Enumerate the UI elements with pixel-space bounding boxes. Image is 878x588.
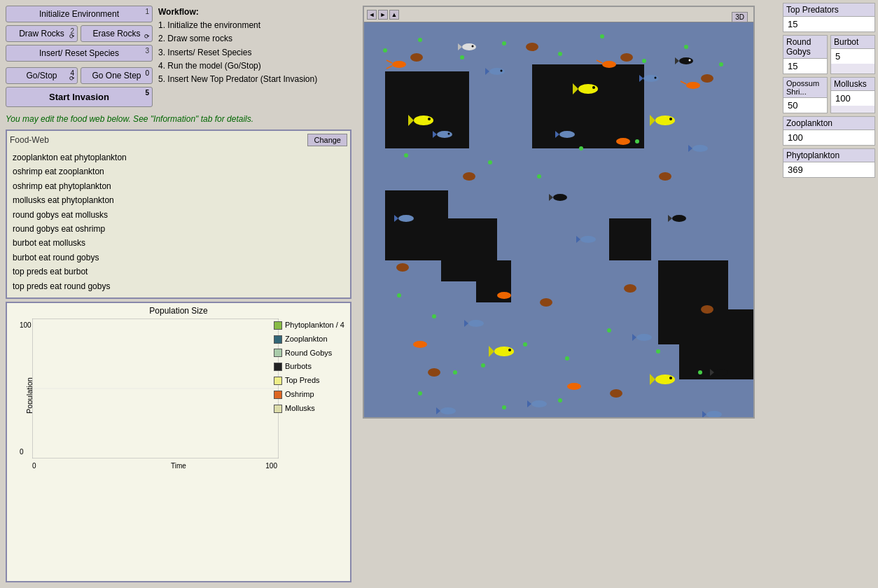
change-button[interactable]: Change bbox=[307, 134, 347, 146]
svg-point-107 bbox=[689, 59, 691, 62]
buttons-column: Initialize Environment 1 Draw Rocks 2 ⟳ … bbox=[6, 6, 153, 107]
start-invasion-button[interactable]: Start Invasion 5 bbox=[6, 87, 153, 107]
zooplankton-label: Zooplankton bbox=[783, 117, 874, 130]
svg-point-51 bbox=[669, 377, 672, 379]
burbot-box: Burbot 5 bbox=[830, 35, 875, 74]
svg-point-94 bbox=[636, 334, 652, 341]
svg-point-16 bbox=[600, 34, 604, 38]
legend-burbots-label: Burbots bbox=[285, 360, 312, 374]
legend-zooplankton-color bbox=[274, 335, 282, 344]
workflow-step-3: 3. Inserts/ Reset Species bbox=[158, 46, 351, 59]
legend-mollusks-color bbox=[274, 405, 282, 413]
legend-mollusks-label: Mollusks bbox=[285, 402, 315, 416]
insert-reset-number: 3 bbox=[145, 47, 149, 55]
legend-oshrimp: Oshrimp bbox=[274, 388, 344, 402]
legend-oshrimp-label: Oshrimp bbox=[285, 388, 314, 402]
svg-rect-5 bbox=[385, 190, 448, 260]
svg-point-80 bbox=[655, 77, 657, 79]
chart-title: Population Size bbox=[10, 306, 347, 316]
workflow-step-2: 2. Draw some rocks bbox=[158, 32, 351, 46]
svg-point-92 bbox=[468, 320, 484, 327]
chart-area: Population 100 0 0 Time 100 Phytoplankto… bbox=[10, 318, 347, 472]
svg-point-110 bbox=[672, 215, 686, 222]
initialize-button[interactable]: Initialize Environment 1 bbox=[6, 6, 153, 22]
foodweb-entry-4: round gobys eat mollusks bbox=[13, 208, 344, 222]
info-text: You may edit the food web below. See "In… bbox=[6, 114, 351, 124]
legend-oshrimp-color bbox=[274, 391, 282, 399]
toolbar-arrow-left[interactable]: ◄ bbox=[367, 10, 377, 20]
go-one-step-button[interactable]: Go One Step 0 bbox=[81, 67, 153, 84]
x-min-label: 0 bbox=[32, 462, 36, 470]
svg-point-31 bbox=[397, 293, 401, 298]
foodweb-entry-2: oshrimp eat phytoplankton bbox=[13, 179, 344, 193]
opossum-shrimp-label: Opossum Shri... bbox=[783, 78, 827, 98]
svg-point-104 bbox=[472, 46, 474, 48]
legend-burbots: Burbots bbox=[274, 360, 344, 374]
legend-zooplankton: Zooplankton bbox=[274, 332, 344, 346]
svg-point-25 bbox=[481, 363, 485, 368]
go-one-step-label: Go One Step bbox=[92, 71, 141, 80]
svg-rect-10 bbox=[679, 309, 753, 379]
svg-point-78 bbox=[643, 75, 659, 82]
svg-point-105 bbox=[679, 57, 693, 64]
x-max-label: 100 bbox=[265, 462, 277, 470]
svg-point-65 bbox=[620, 53, 633, 62]
svg-point-30 bbox=[698, 370, 702, 374]
top-predators-value: 15 bbox=[783, 17, 874, 31]
legend-mollusks: Mollusks bbox=[274, 402, 344, 416]
toolbar-3d-button[interactable]: 3D bbox=[732, 12, 748, 22]
simulation-container[interactable]: ◄ ► ▲ 3D bbox=[363, 6, 755, 419]
legend-top-preds-color bbox=[274, 377, 282, 385]
svg-point-96 bbox=[531, 400, 547, 407]
toolbar-arrow-up[interactable]: ▲ bbox=[389, 10, 399, 20]
draw-rocks-button[interactable]: Draw Rocks 2 ⟳ bbox=[6, 25, 78, 42]
legend-phytoplankton-label: Phytoplankton / 4 bbox=[285, 318, 344, 332]
toolbar-arrow-right[interactable]: ► bbox=[378, 10, 388, 20]
erase-rocks-refresh-icon: ⟳ bbox=[144, 33, 150, 40]
opossum-shrimp-box: Opossum Shri... 50 bbox=[783, 77, 828, 113]
legend-zooplankton-label: Zooplankton bbox=[285, 332, 328, 346]
svg-point-49 bbox=[655, 374, 675, 384]
y-min-label: 0 bbox=[20, 448, 24, 456]
svg-point-23 bbox=[579, 146, 583, 150]
left-panel: Initialize Environment 1 Draw Rocks 2 ⟳ … bbox=[0, 0, 357, 588]
svg-point-112 bbox=[714, 369, 728, 376]
top-predators-label: Top Predators bbox=[783, 4, 874, 17]
insert-reset-button[interactable]: Insert/ Reset Species 3 bbox=[6, 45, 153, 62]
erase-rocks-button[interactable]: Erase Rocks ⟳ bbox=[81, 25, 153, 42]
svg-point-86 bbox=[692, 145, 708, 152]
svg-point-61 bbox=[413, 341, 427, 348]
svg-point-84 bbox=[559, 131, 575, 138]
zooplankton-value: 100 bbox=[783, 130, 874, 145]
svg-point-59 bbox=[616, 138, 630, 145]
svg-point-66 bbox=[701, 74, 713, 83]
legend-round-gobys-color bbox=[274, 349, 282, 357]
x-axis-label: Time bbox=[171, 462, 186, 470]
workflow-step-4: 4. Run the model (Go/Stop) bbox=[158, 59, 351, 73]
svg-point-27 bbox=[565, 356, 569, 360]
svg-point-88 bbox=[398, 215, 414, 222]
go-stop-button[interactable]: Go/Stop 4 ⟳ bbox=[6, 67, 78, 84]
legend-burbots-color bbox=[274, 363, 282, 371]
svg-point-69 bbox=[396, 263, 409, 272]
sim-toolbar: ◄ ► ▲ 3D bbox=[364, 7, 753, 22]
round-gobys-label: Round Gobys bbox=[783, 36, 827, 59]
svg-rect-3 bbox=[385, 71, 469, 148]
svg-point-46 bbox=[494, 346, 514, 356]
foodweb-entry-6: burbot eat mollusks bbox=[13, 236, 344, 250]
svg-point-72 bbox=[701, 305, 713, 314]
svg-point-67 bbox=[463, 172, 475, 181]
gobys-burbot-row: Round Gobys 15 Burbot 5 bbox=[783, 35, 875, 74]
svg-point-32 bbox=[432, 314, 436, 318]
svg-point-40 bbox=[578, 84, 598, 94]
draw-rocks-refresh-icon: ⟳ bbox=[69, 33, 75, 40]
simulation-svg bbox=[364, 22, 753, 417]
svg-point-14 bbox=[502, 41, 506, 46]
svg-point-57 bbox=[686, 82, 700, 89]
svg-point-70 bbox=[624, 284, 636, 293]
svg-point-60 bbox=[497, 292, 511, 299]
svg-point-71 bbox=[540, 298, 552, 307]
svg-point-43 bbox=[655, 115, 675, 125]
svg-point-39 bbox=[428, 118, 431, 120]
svg-point-18 bbox=[684, 45, 688, 49]
